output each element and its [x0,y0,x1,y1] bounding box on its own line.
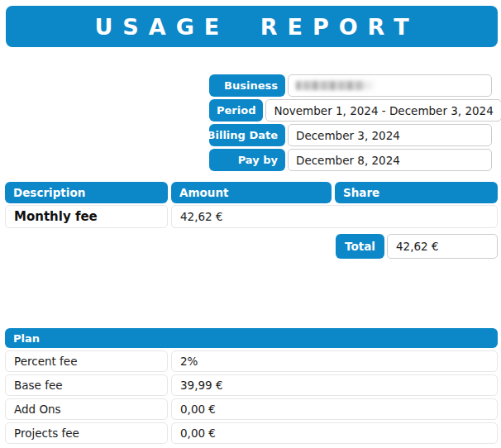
plan-row-add-ons: Add Ons 0,00 € [5,398,498,420]
period-value: November 1, 2024 - December 3, 2024 [265,99,501,122]
projects-fee-label: Projects fee [5,422,168,444]
billing-date-label: Billing Date [209,124,285,146]
percent-fee-label: Percent fee [5,350,168,372]
charges-table-header: Description Amount Share [5,182,498,203]
billing-date-value: December 3, 2024 [288,124,492,146]
page-title: USAGE REPORT [94,14,418,40]
column-header-share: Share [335,182,498,203]
column-header-description: Description [5,182,168,203]
total-label: Total [336,234,384,259]
info-row-business: Business [209,74,492,97]
percent-fee-value: 2% [171,350,498,372]
plan-row-percent-fee: Percent fee 2% [5,350,498,372]
info-row-period: Period November 1, 2024 - December 3, 20… [209,99,492,122]
business-label: Business [209,74,285,97]
business-value [288,74,492,97]
total-row: Total 42,62 € [336,234,498,259]
usage-report-page: USAGE REPORT Business Period November 1,… [0,0,501,448]
plan-section-header: Plan [5,328,498,348]
redacted-business-name [296,81,364,90]
monthly-fee-amount: 42,62 € [171,205,498,228]
info-row-pay-by: Pay by December 8, 2024 [209,149,492,171]
charges-table: Description Amount Share Monthly fee 42,… [5,182,498,259]
add-ons-label: Add Ons [5,398,168,420]
period-label: Period [209,99,263,122]
add-ons-value: 0,00 € [171,398,498,420]
projects-fee-value: 0,00 € [171,422,498,444]
report-info-section: Business Period November 1, 2024 - Decem… [209,74,492,174]
monthly-fee-description: Monthly fee [5,205,168,228]
report-title-bar: USAGE REPORT [6,6,498,47]
plan-row-base-fee: Base fee 39,99 € [5,374,498,396]
base-fee-label: Base fee [5,374,168,396]
total-value: 42,62 € [387,234,498,259]
pay-by-value: December 8, 2024 [288,149,492,171]
table-row-monthly-fee: Monthly fee 42,62 € [5,205,498,228]
plan-table: Plan Percent fee 2% Base fee 39,99 € Add… [5,328,498,446]
base-fee-value: 39,99 € [171,374,498,396]
column-header-amount: Amount [171,182,332,203]
info-row-billing-date: Billing Date December 3, 2024 [209,124,492,146]
pay-by-label: Pay by [209,149,285,171]
plan-row-projects-fee: Projects fee 0,00 € [5,422,498,444]
